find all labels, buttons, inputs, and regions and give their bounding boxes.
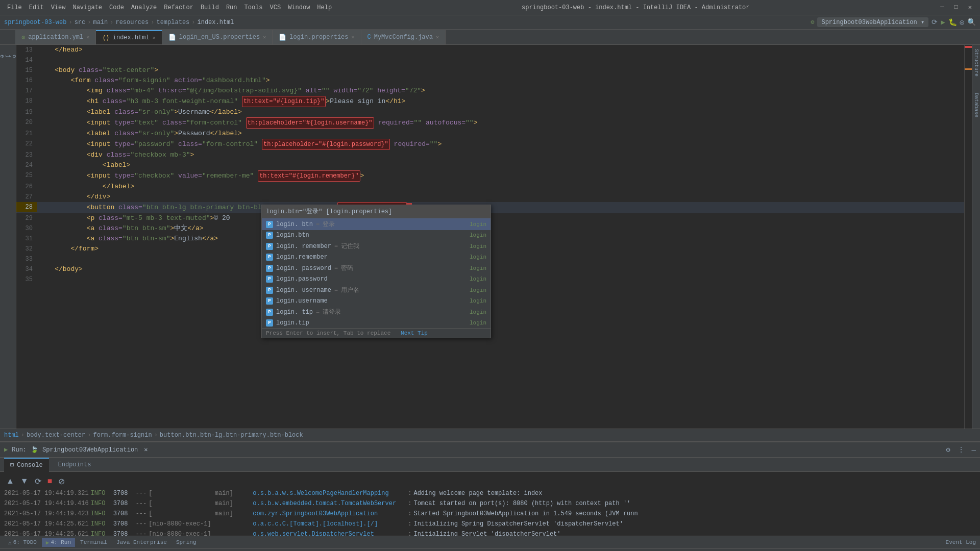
menu-help[interactable]: Help (314, 3, 335, 12)
ac-icon-9: P (266, 319, 273, 327)
project-icon[interactable]: Project (1, 49, 15, 63)
autocomplete-popup[interactable]: login.btn="登录" [login.properties] P logi… (261, 205, 491, 338)
close-tab-4[interactable]: ✕ (436, 34, 439, 40)
breadcrumb-src[interactable]: src (75, 19, 86, 26)
menu-tools[interactable]: Tools (241, 3, 266, 12)
taskbar-java-enterprise[interactable]: Java Enterprise (112, 538, 171, 546)
autocomplete-tooltip: login.btn="登录" [login.properties] (262, 205, 491, 218)
menu-navigate[interactable]: Navigate (69, 3, 105, 12)
console-scroll-down[interactable]: ▼ (18, 475, 31, 487)
menu-vcs[interactable]: VCS (267, 3, 284, 12)
ac-item-6[interactable]: P login. username = 用户名 login (262, 284, 491, 296)
breadcrumb-file[interactable]: index.html (197, 19, 234, 26)
ac-icon-7: P (266, 297, 273, 305)
menu-window[interactable]: Window (285, 3, 313, 12)
coverage-icon[interactable]: ◎ (960, 18, 964, 27)
right-gutter (964, 45, 972, 429)
sb-button[interactable]: button.btn.btn-lg.btn-primary.btn-block (160, 432, 303, 439)
code-line-13: 13 </head> (16, 45, 964, 55)
console-clear[interactable]: ⊘ (56, 475, 67, 487)
log-line-1: 2021-05-17 19:44:19.416 INFO 3708 --- [ … (0, 498, 980, 509)
menu-code[interactable]: Code (106, 3, 127, 12)
build-icon[interactable]: ⟳ (932, 18, 938, 27)
close-tab-1[interactable]: ✕ (153, 35, 156, 41)
right-vertical-panel: Structure Database (972, 45, 980, 429)
taskbar-spring[interactable]: Spring (172, 538, 201, 546)
close-tab-2[interactable]: ✕ (263, 34, 266, 40)
sep4: › (151, 19, 154, 26)
ac-item-9[interactable]: P login.tip login (262, 318, 491, 328)
run-label: Run: (12, 446, 27, 454)
taskbar-event-log[interactable]: Event Log (946, 539, 976, 545)
menu-build[interactable]: Build (198, 3, 222, 12)
tab-mymvcconfig[interactable]: C MyMvcConfig.java ✕ (361, 30, 446, 44)
debug-icon[interactable]: 🐛 (948, 18, 957, 27)
close-tab-0[interactable]: ✕ (86, 34, 89, 40)
console-output: ▲ ▼ ⟳ ■ ⊘ 2021-05-17 19:44:19.321 INFO 3… (0, 472, 980, 536)
menu-edit[interactable]: Edit (26, 3, 47, 12)
run-config-icon[interactable]: ⚙ (811, 18, 814, 26)
ac-item-1[interactable]: P login.btn login (262, 230, 491, 240)
menu-bar[interactable]: File Edit View Navigate Code Analyze Ref… (4, 3, 335, 12)
run-app-name[interactable]: Springboot03WebApplication (42, 446, 138, 454)
breadcrumb-main[interactable]: main (93, 19, 108, 26)
code-line-16: 16 <form class="form-signin" action="das… (16, 76, 964, 86)
menu-run[interactable]: Run (223, 3, 240, 12)
sb-body[interactable]: body.text-center (27, 432, 85, 439)
ac-item-5[interactable]: P login.password login (262, 274, 491, 284)
breadcrumb-project[interactable]: springboot-03-web (4, 19, 66, 26)
tab-login-en-properties[interactable]: 📄 login_en_US.properties ✕ (162, 30, 273, 44)
search-icon[interactable]: 🔍 (967, 18, 976, 27)
code-line-19: 19 <label class="sr-only">Username</labe… (16, 107, 964, 117)
ac-item-4[interactable]: P login. password = 密码 login (262, 262, 491, 274)
console-stop[interactable]: ■ (45, 475, 55, 487)
sep2: › (87, 19, 91, 26)
close-button[interactable]: ✕ (964, 3, 976, 12)
run-expand-icon[interactable]: — (972, 446, 976, 454)
close-tab-3[interactable]: ✕ (351, 34, 354, 40)
taskbar-terminal[interactable]: Terminal (76, 538, 111, 546)
run-icon[interactable]: ▶ (941, 18, 945, 27)
breadcrumb-resources[interactable]: resources (115, 19, 149, 26)
ac-item-3[interactable]: P login.remember login (262, 252, 491, 262)
sb-html[interactable]: html (4, 432, 19, 439)
code-line-17: 17 <img class="mb-4" th:src="@{/img/boot… (16, 86, 964, 96)
run-settings-icon[interactable]: ⚙ (946, 445, 950, 454)
console-scroll-up[interactable]: ▲ (4, 475, 16, 487)
ac-item-2[interactable]: P login. remember = 记住我 login (262, 240, 491, 252)
ac-item-7[interactable]: P login.username login (262, 296, 491, 306)
tab-endpoints[interactable]: Endpoints (52, 458, 97, 472)
menu-file[interactable]: File (4, 3, 25, 12)
console-restart[interactable]: ⟳ (33, 475, 43, 487)
tab-application-yml[interactable]: ⚙ application.yml ✕ (15, 30, 96, 44)
run-app-close[interactable]: ✕ (144, 446, 148, 454)
ac-icon-4: P (266, 265, 273, 272)
taskbar-items: ⚠6: TODO ▶4: Run Terminal Java Enterpris… (4, 538, 201, 547)
menu-refactor[interactable]: Refactor (161, 3, 197, 12)
tab-index-html[interactable]: ⟨⟩ index.html ✕ (96, 30, 162, 44)
taskbar-todo[interactable]: ⚠6: TODO (4, 538, 41, 547)
run-config-dropdown[interactable]: Springboot03WebApplication ▾ (817, 17, 928, 27)
code-editor[interactable]: 13 </head> 14 15 <body class="text-cente… (16, 45, 964, 429)
minimize-button[interactable]: ─ (936, 3, 948, 12)
code-line-15: 15 <body class="text-center"> (16, 65, 964, 76)
run-pin-icon[interactable]: ⋮ (958, 445, 965, 454)
code-line-23: 23 <div class="checkbox mb-3"> (16, 150, 964, 160)
structure-panel-icon[interactable]: Structure (972, 47, 980, 79)
ac-icon-2: P (266, 243, 273, 250)
ac-item-8[interactable]: P login. tip = 请登录 login (262, 306, 491, 318)
taskbar-run[interactable]: ▶4: Run (42, 538, 75, 547)
menu-view[interactable]: View (48, 3, 69, 12)
menu-analyze[interactable]: Analyze (128, 3, 160, 12)
breadcrumb-templates[interactable]: templates (156, 19, 189, 26)
run-icon-small[interactable]: ▶ (4, 446, 8, 454)
tab-console[interactable]: ⊡ Console (4, 458, 49, 472)
maximize-button[interactable]: □ (950, 3, 962, 12)
sb-form[interactable]: form.form-signin (93, 432, 152, 439)
ac-item-0[interactable]: P login. btn = 登录 login (262, 218, 491, 230)
window-controls[interactable]: ─ □ ✕ (936, 3, 976, 12)
database-panel-icon[interactable]: Database (972, 91, 980, 119)
tab-login-properties[interactable]: 📄 login.properties ✕ (273, 30, 361, 44)
code-line-25: 25 <input type="checkbox" value="remembe… (16, 170, 964, 182)
titlebar: File Edit View Navigate Code Analyze Ref… (0, 0, 980, 15)
